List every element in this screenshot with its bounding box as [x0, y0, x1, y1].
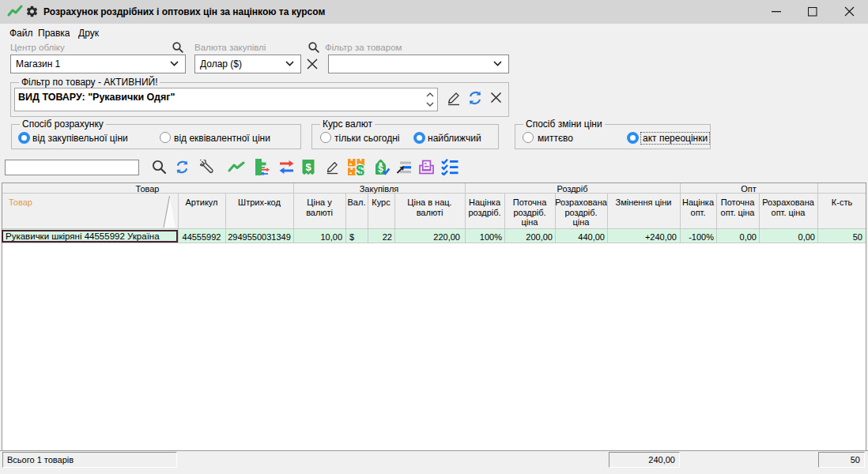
svg-text:$: $ [305, 161, 311, 173]
svg-text:$: $ [378, 164, 383, 175]
svg-text:$: $ [356, 162, 364, 175]
